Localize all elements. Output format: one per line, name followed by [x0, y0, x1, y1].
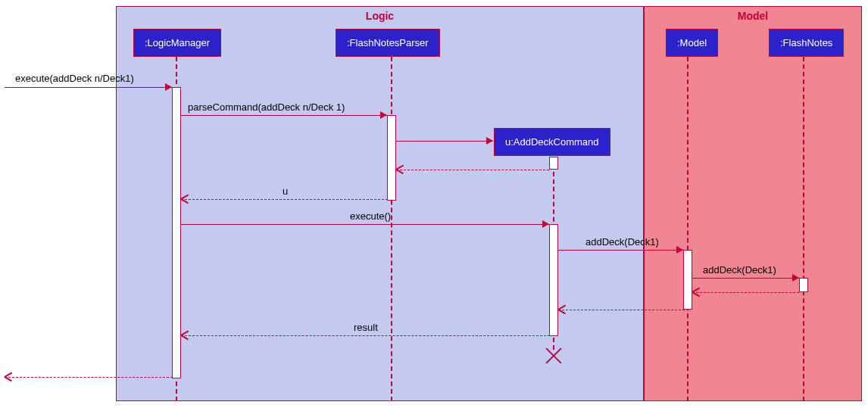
frame-logic-title: Logic [117, 7, 643, 25]
msg-execute-2 [181, 224, 549, 225]
arrow-add-deck-1 [676, 246, 683, 254]
msg-add-deck-1 [558, 250, 683, 251]
label-add-deck-1: addDeck(Deck1) [585, 236, 659, 248]
arrow-result [181, 332, 189, 339]
label-add-deck-2: addDeck(Deck1) [703, 264, 776, 276]
participant-add-deck-command: u:AddDeckCommand [494, 128, 610, 156]
arrow-execute-1 [165, 83, 172, 91]
msg-parse-command [181, 115, 387, 116]
msg-return-model [558, 310, 685, 310]
arrow-add-deck-2 [792, 274, 799, 282]
activation-flash-notes [799, 278, 808, 292]
arrow-return-u [181, 195, 189, 203]
participant-flash-notes: :FlashNotes [769, 29, 844, 57]
arrow-return-model [558, 306, 566, 313]
label-execute-1: execute(addDeck n/Deck1) [15, 73, 134, 84]
label-result: result [354, 322, 378, 333]
label-execute-2: execute() [350, 210, 391, 222]
activation-flash-notes-parser [387, 115, 396, 201]
lifeline-flash-notes-parser [391, 57, 392, 401]
msg-create-add-deck [396, 141, 493, 142]
label-return-u: u [283, 185, 288, 197]
msg-return-u [181, 199, 388, 200]
participant-model: :Model [666, 29, 718, 57]
arrow-final-return [5, 373, 12, 381]
msg-execute-1 [5, 87, 172, 88]
arrow-execute-2 [542, 220, 549, 228]
activation-add-deck-command-create [549, 157, 558, 170]
lifeline-flash-notes [803, 57, 804, 401]
label-parse-command: parseCommand(addDeck n/Deck 1) [188, 101, 345, 113]
arrow-return-create [396, 166, 404, 173]
frame-model-title: Model [645, 7, 861, 25]
arrow-parse-command [380, 111, 387, 119]
msg-return-create [396, 170, 549, 170]
msg-result [181, 335, 550, 336]
msg-final-return [5, 377, 173, 378]
participant-flash-notes-parser: :FlashNotesParser [336, 29, 440, 57]
activation-logic-manager [172, 87, 181, 378]
activation-model [683, 250, 692, 310]
frame-model: Model [644, 6, 862, 401]
activation-add-deck-command [549, 224, 558, 336]
msg-add-deck-2 [692, 278, 799, 279]
participant-logic-manager: :LogicManager [133, 29, 221, 57]
destroy-add-deck-command [546, 345, 561, 360]
msg-return-flashnotes [692, 292, 799, 293]
frame-logic: Logic [116, 6, 644, 401]
arrow-return-flashnotes [692, 288, 700, 296]
arrow-create-add-deck [486, 137, 493, 145]
lifeline-model [687, 57, 688, 401]
